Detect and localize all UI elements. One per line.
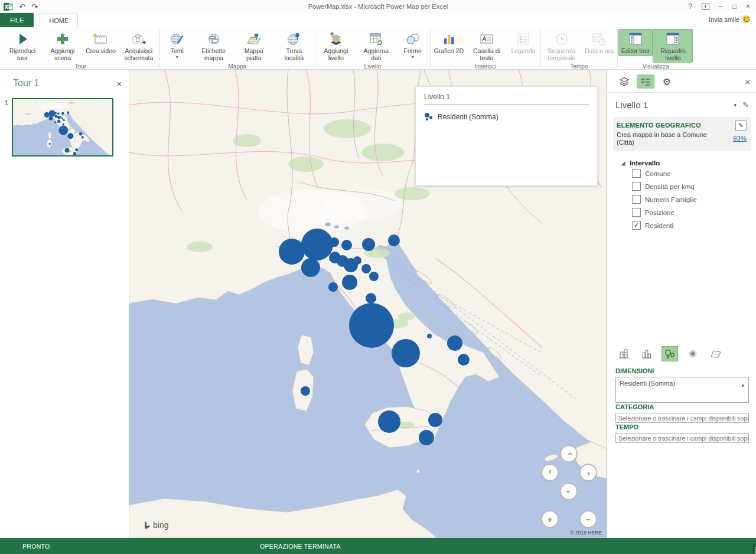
- zoom-in-button[interactable]: +: [541, 510, 559, 528]
- forme-dropdown-caret[interactable]: ▾: [412, 55, 414, 60]
- crea-video-button[interactable]: Crea video: [83, 29, 119, 56]
- etichette-mappa-button[interactable]: Etichette mappa: [194, 29, 234, 63]
- refresh-data-icon: [369, 30, 384, 48]
- aggiorna-dati-button[interactable]: Aggiorna dati: [356, 29, 396, 63]
- scene-thumbnail[interactable]: [12, 98, 113, 157]
- field-checkbox[interactable]: [632, 182, 641, 191]
- map-bubble[interactable]: [328, 282, 338, 292]
- field-checkbox[interactable]: [632, 208, 641, 217]
- map-bubble[interactable]: [301, 386, 310, 396]
- send-smile[interactable]: Invia smile: [709, 15, 750, 23]
- aggiungi-livello-button[interactable]: Aggiungi livello: [316, 29, 356, 63]
- riproduci-tour-button[interactable]: Riproduci tour: [2, 29, 43, 63]
- maximize-icon[interactable]: □: [732, 2, 737, 11]
- map-bubble[interactable]: [301, 229, 333, 260]
- rename-layer-icon[interactable]: ✎: [742, 100, 749, 109]
- map-bubble[interactable]: [301, 258, 320, 277]
- viz-stacked-column-icon[interactable]: [615, 346, 632, 361]
- bing-label: bing: [153, 520, 168, 530]
- interval-header[interactable]: ◢ Intervallo: [621, 159, 756, 167]
- casella-di-testo-button[interactable]: Casella di testo: [467, 29, 507, 63]
- viz-region-icon[interactable]: [708, 346, 724, 361]
- map-bubble[interactable]: [428, 413, 442, 427]
- viz-bubble-icon[interactable]: [662, 346, 678, 361]
- map-bubble[interactable]: [279, 239, 305, 265]
- categoria-dropzone[interactable]: Selezionare o trascinare i campi disponi…: [615, 413, 749, 423]
- map-bubble[interactable]: [419, 430, 434, 445]
- map-bubble[interactable]: [366, 293, 376, 304]
- view-fullscreen-icon[interactable]: [752, 544, 756, 554]
- edit-geography-icon[interactable]: ✎: [735, 120, 747, 131]
- field-checkbox[interactable]: [632, 169, 641, 178]
- geocoding-accuracy-link[interactable]: 93%: [733, 135, 747, 142]
- dimensioni-select[interactable]: Residenti (Somma) ▾: [615, 377, 749, 403]
- zoom-out-button[interactable]: −: [579, 510, 597, 528]
- trova-localita-button[interactable]: Trova località: [274, 29, 314, 63]
- riquadro-livello-button[interactable]: Riquadro livello: [653, 29, 693, 63]
- collapse-triangle-icon: ◢: [621, 161, 625, 166]
- legenda-button[interactable]: Legenda: [507, 29, 540, 56]
- map-bubble[interactable]: [361, 264, 371, 273]
- tab-file[interactable]: FILE: [0, 13, 34, 27]
- grafico-2d-button[interactable]: Grafico 2D: [431, 29, 467, 56]
- pan-left-button[interactable]: ›: [541, 464, 559, 481]
- group-separator: [617, 29, 618, 67]
- acquisisci-schermata-button[interactable]: Acquisisci schermata: [119, 29, 159, 63]
- field-checkbox[interactable]: ✓: [632, 221, 641, 230]
- map-bubble[interactable]: [447, 335, 462, 351]
- camera-icon: [131, 30, 146, 48]
- map-viewport[interactable]: Livello 1 Residenti (Somma) › › › › + − …: [129, 70, 607, 538]
- viz-clustered-column-icon[interactable]: [638, 346, 655, 361]
- field-label: Residenti: [645, 222, 673, 229]
- editor-tour-button[interactable]: Editor tour: [618, 29, 653, 56]
- map-bubble[interactable]: [362, 238, 375, 251]
- geo-description: Crea mappa in base a Comune (Città): [617, 131, 720, 146]
- tempo-dropzone[interactable]: Selezionare o trascinare i campi disponi…: [615, 433, 749, 443]
- forme-button[interactable]: Forme ▾: [396, 29, 429, 61]
- viz-heatmap-icon[interactable]: [685, 346, 701, 361]
- minimize-icon[interactable]: –: [719, 2, 723, 11]
- map-legend[interactable]: Livello 1 Residenti (Somma): [415, 86, 598, 186]
- undo-icon[interactable]: ↶: [19, 2, 25, 11]
- tab-settings-icon[interactable]: ⚙: [658, 74, 676, 89]
- tab-home[interactable]: HOME: [40, 14, 78, 27]
- temi-button[interactable]: Temi ▾: [161, 29, 194, 61]
- map-copyright: © 2016 HERE: [570, 530, 602, 536]
- temi-dropdown-caret[interactable]: ▾: [176, 55, 178, 60]
- scene-item[interactable]: 1: [0, 98, 129, 157]
- redo-icon[interactable]: ↷: [31, 2, 38, 11]
- layer-options-caret[interactable]: ▾: [734, 102, 737, 108]
- help-icon[interactable]: ?: [688, 2, 692, 11]
- date-time-icon: [591, 30, 607, 48]
- interval-fields: ComuneDensità per kmqNumero FamigliePosi…: [621, 167, 756, 232]
- map-bubble[interactable]: [458, 354, 470, 366]
- sequenza-temporale-button[interactable]: Sequenza temporale: [542, 29, 582, 63]
- map-bubble[interactable]: [330, 237, 339, 247]
- pan-up-button[interactable]: ›: [560, 445, 578, 462]
- map-bubble[interactable]: [349, 303, 394, 348]
- map-bubble[interactable]: [341, 240, 352, 250]
- map-bubble[interactable]: [427, 334, 432, 338]
- bing-logo: bing: [144, 520, 168, 530]
- close-icon[interactable]: ×: [746, 2, 750, 11]
- map-bubble[interactable]: [342, 275, 357, 290]
- map-bubble[interactable]: [369, 272, 379, 281]
- layer-pane-close-icon[interactable]: ×: [745, 77, 750, 87]
- map-bubble[interactable]: [392, 339, 420, 367]
- data-e-ora-button[interactable]: Data e ora: [582, 29, 617, 56]
- pan-down-button[interactable]: ›: [560, 483, 578, 500]
- tour-panel-close-icon[interactable]: ×: [116, 79, 122, 89]
- tab-layers-icon[interactable]: [615, 74, 633, 89]
- geo-element-card: ELEMENTO GEOGRAFICO Crea mappa in base a…: [613, 117, 751, 151]
- ribbon-display-options-icon[interactable]: [702, 4, 709, 10]
- field-checkbox[interactable]: [632, 195, 641, 204]
- tab-field-list-icon[interactable]: [637, 74, 654, 89]
- status-operation: OPERAZIONE TERMINATA: [260, 543, 341, 550]
- map-bubble[interactable]: [378, 410, 400, 433]
- map-bubble[interactable]: [353, 256, 361, 265]
- map-bubble[interactable]: [388, 234, 400, 246]
- pan-right-button[interactable]: ›: [579, 464, 597, 481]
- mappa-piatta-button[interactable]: Mappa piatta: [234, 29, 274, 63]
- visualization-type-row: [615, 346, 724, 361]
- aggiungi-scena-button[interactable]: Aggiungi scena: [43, 29, 83, 63]
